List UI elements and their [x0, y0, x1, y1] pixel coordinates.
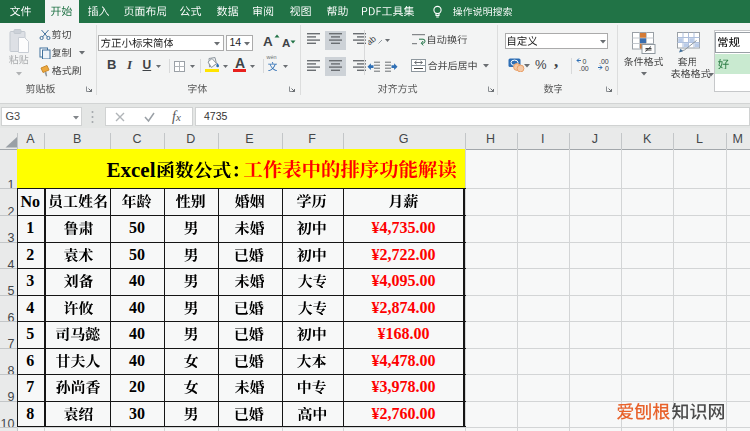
svg-text:.00: .00	[579, 65, 589, 72]
svg-text:.00: .00	[599, 58, 609, 65]
svg-text:0: 0	[583, 58, 587, 65]
svg-text:0: 0	[605, 65, 609, 72]
svg-text:ab: ab	[368, 33, 378, 46]
